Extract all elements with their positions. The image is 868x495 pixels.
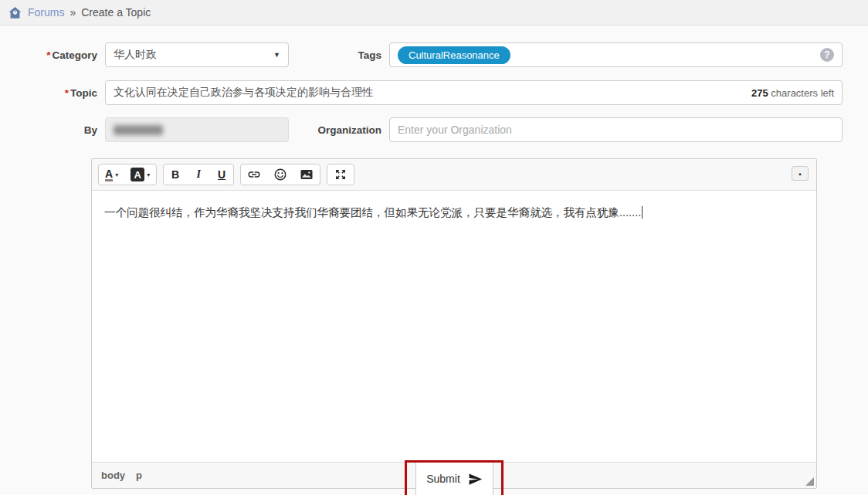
toolbar-color-group: A ▾ A ▾: [98, 164, 157, 185]
resize-handle[interactable]: [805, 477, 814, 486]
submit-area: Submit: [405, 460, 504, 495]
tags-label: Tags: [289, 49, 381, 61]
by-label: By: [43, 124, 97, 136]
italic-button[interactable]: I: [187, 164, 210, 185]
text-color-icon: A: [105, 168, 113, 181]
category-label: *Category: [43, 49, 97, 61]
organization-input[interactable]: [389, 117, 843, 142]
text-cursor: [642, 206, 643, 219]
breadcrumb: Forums » Create a Topic: [0, 0, 868, 25]
triangle-up-icon: ▲: [798, 171, 802, 176]
element-path-body[interactable]: body: [101, 470, 125, 481]
editor-footer: body p Submit: [92, 462, 816, 488]
required-marker: *: [46, 49, 50, 61]
category-select[interactable]: 华人时政 ▼: [105, 42, 289, 67]
toolbar-insert-group: [240, 164, 320, 185]
submit-button-label: Submit: [426, 473, 460, 485]
topic-label: *Topic: [43, 87, 97, 99]
topic-row: *Topic 275 characters left: [43, 80, 843, 105]
help-icon[interactable]: ?: [820, 48, 834, 62]
toolbar-format-group: B I U: [163, 164, 234, 185]
text-color-button[interactable]: A ▾: [99, 164, 124, 185]
bold-button[interactable]: B: [164, 164, 187, 185]
editor-paragraph: 一个问题很纠结，作为华裔我坚决支持我们华裔要团结，但如果无论党派，只要是华裔就选…: [104, 206, 641, 219]
chevron-down-icon: ▾: [147, 171, 150, 178]
editor-content-area[interactable]: 一个问题很纠结，作为华裔我坚决支持我们华裔要团结，但如果无论党派，只要是华裔就选…: [92, 191, 816, 462]
background-color-icon: A: [131, 168, 144, 181]
insert-image-button[interactable]: [293, 164, 320, 185]
required-marker: *: [65, 87, 69, 99]
maximize-icon: [334, 168, 348, 181]
maximize-button[interactable]: [327, 164, 354, 185]
characters-left-count: 275: [751, 87, 768, 99]
characters-left-counter: 275 characters left: [751, 87, 834, 99]
category-tags-row: *Category 华人时政 ▼ Tags CulturalReasonance…: [43, 42, 843, 67]
breadcrumb-current-page: Create a Topic: [81, 6, 151, 19]
underline-button[interactable]: U: [210, 164, 233, 185]
submit-button[interactable]: Submit: [415, 463, 493, 495]
home-icon[interactable]: [8, 5, 22, 20]
background-color-button[interactable]: A ▾: [124, 164, 156, 185]
category-selected-value: 华人时政: [114, 48, 157, 62]
topic-input-box: 275 characters left: [105, 80, 843, 105]
by-organization-row: By Organization: [43, 117, 843, 142]
breadcrumb-forums-link[interactable]: Forums: [28, 6, 64, 19]
tags-input[interactable]: CulturalReasonance ?: [389, 42, 843, 67]
collapse-toolbar-button[interactable]: ▲: [792, 166, 809, 181]
rich-text-editor: A ▾ A ▾ B I U: [91, 158, 817, 489]
toolbar-maximize-group: [327, 164, 354, 185]
by-input-disabled: [105, 117, 289, 142]
element-path-p[interactable]: p: [136, 470, 142, 481]
create-topic-form: *Category 华人时政 ▼ Tags CulturalReasonance…: [0, 25, 868, 489]
organization-label: Organization: [289, 124, 381, 136]
image-icon: [300, 168, 314, 181]
breadcrumb-separator: »: [70, 6, 76, 19]
redacted-author-name: [114, 125, 163, 135]
insert-link-button[interactable]: [241, 164, 267, 185]
tag-pill[interactable]: CulturalReasonance: [398, 46, 510, 64]
chevron-down-icon: ▼: [273, 51, 280, 59]
insert-smiley-button[interactable]: [267, 164, 293, 185]
topic-input[interactable]: [114, 86, 751, 99]
characters-left-suffix: characters left: [771, 87, 834, 99]
chevron-down-icon: ▾: [115, 171, 118, 178]
send-icon: [468, 472, 483, 487]
smiley-icon: [273, 168, 287, 181]
editor-toolbar: A ▾ A ▾ B I U: [92, 159, 816, 191]
link-icon: [247, 168, 261, 181]
